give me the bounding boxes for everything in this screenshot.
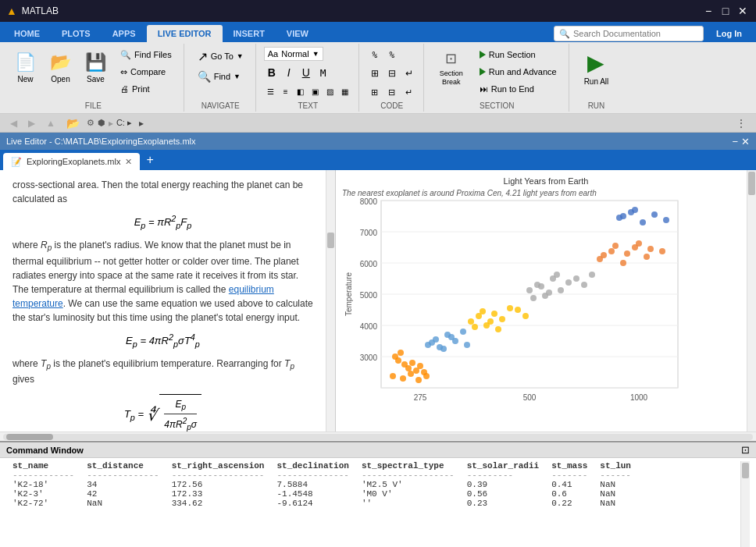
section-group-label: SECTION: [480, 101, 514, 110]
svg-point-25: [417, 363, 423, 369]
wrap-button[interactable]: ↵: [401, 66, 417, 81]
command-vertical-scrollbar[interactable]: [740, 461, 750, 547]
run-section-icon: [480, 51, 486, 59]
col-st-lun: st_lun: [594, 461, 637, 471]
command-window: Command Window ⊡ st_name st_distance st_…: [0, 441, 756, 547]
maximize-button[interactable]: □: [719, 4, 733, 18]
go-to-button[interactable]: ↗ Go To ▼: [192, 47, 249, 66]
nav-expand-button[interactable]: ▸: [135, 116, 148, 130]
editor-hscroll[interactable]: [0, 432, 756, 441]
editor-tab-close[interactable]: ✕: [125, 158, 132, 166]
equilibrium-link[interactable]: equilibrium temperature: [12, 284, 274, 309]
align-right-button[interactable]: ▨: [323, 84, 337, 98]
up-button[interactable]: ▲: [42, 116, 59, 130]
nav-icon-1: ⚙: [87, 118, 94, 128]
tab-plots[interactable]: PLOTS: [51, 25, 102, 42]
svg-point-83: [620, 213, 626, 219]
col-st-ra: st_right_ascension: [166, 461, 271, 471]
row3-dec: -9.6124: [270, 499, 355, 508]
mono-button[interactable]: M: [316, 65, 331, 80]
plot-scrollbar[interactable]: [747, 170, 756, 432]
code-group-label: CODE: [380, 101, 403, 110]
list-button-2[interactable]: ≡: [279, 84, 293, 98]
ribbon-tabs: HOME PLOTS APPS LIVE EDITOR INSERT VIEW …: [0, 22, 756, 42]
editor-hscroll-track[interactable]: [3, 434, 753, 440]
format-dropdown-icon: ▼: [312, 50, 319, 58]
formula-2: Ep = 4πR2pσT4p: [12, 331, 313, 350]
new-tab-button[interactable]: +: [141, 151, 158, 169]
code-format-3[interactable]: ↵: [401, 84, 417, 100]
text-group-label: TEXT: [298, 101, 318, 110]
row1-dec: 7.5884: [270, 480, 355, 489]
search-input[interactable]: [573, 29, 698, 38]
tab-insert[interactable]: INSERT: [223, 25, 276, 42]
format-dropdown[interactable]: Aa Normal ▼: [264, 47, 323, 61]
chart-caption-text: The nearest exoplanet is around Proxima …: [342, 189, 750, 197]
svg-point-66: [589, 272, 595, 278]
svg-point-23: [409, 360, 415, 366]
svg-point-62: [546, 289, 552, 296]
editor-scroll[interactable]: cross-sectional area. Then the total ene…: [0, 170, 326, 432]
editor-vertical-scrollbar[interactable]: [326, 170, 335, 432]
find-button[interactable]: 🔍 Find ▼: [192, 67, 249, 86]
tab-apps[interactable]: APPS: [102, 25, 147, 42]
svg-point-76: [647, 246, 654, 252]
code-format-2[interactable]: ⊟: [384, 84, 400, 100]
editor-close-button[interactable]: ✕: [741, 136, 750, 147]
svg-point-30: [415, 377, 422, 383]
print-button[interactable]: 🖨 Print: [115, 81, 177, 97]
indent-button[interactable]: ⊞: [367, 66, 383, 81]
browse-button[interactable]: 📂: [62, 115, 84, 131]
find-dropdown-icon: ▼: [234, 73, 241, 80]
command-window-expand-button[interactable]: ⊡: [741, 444, 750, 456]
row3-name: 'K2-72': [6, 499, 80, 508]
tab-live-editor[interactable]: LIVE EDITOR: [147, 25, 223, 42]
editor-hscroll-thumb[interactable]: [6, 434, 53, 440]
back-button[interactable]: ◀: [6, 116, 21, 130]
forward-button[interactable]: ▶: [24, 116, 39, 130]
align-center-button[interactable]: ▣: [308, 84, 323, 98]
italic-button[interactable]: I: [281, 65, 297, 80]
outdent-button[interactable]: ⊟: [384, 66, 400, 81]
file-secondary: 🔍 Find Files ⇔ Compare 🖨 Print: [115, 47, 177, 97]
editor-tab-main[interactable]: 📝 ExploringExoplanets.mlx ✕: [3, 153, 140, 170]
underline-button[interactable]: U: [298, 65, 314, 80]
run-section-button[interactable]: Run Section: [474, 47, 562, 62]
svg-point-50: [487, 318, 494, 325]
editor-para-2: where Tp is the planet's equilibrium tem…: [12, 357, 313, 386]
login-button[interactable]: Log In: [708, 25, 750, 42]
svg-text:275: 275: [414, 393, 427, 402]
percent-2-button[interactable]: %: [384, 47, 400, 62]
row2-ra: 172.33: [166, 489, 271, 499]
align-left-button[interactable]: ◧: [294, 84, 308, 98]
tab-view[interactable]: VIEW: [276, 25, 319, 42]
tab-home[interactable]: HOME: [3, 25, 51, 42]
list-button-1[interactable]: ☰: [264, 84, 278, 98]
run-all-button[interactable]: ▶ Run All: [577, 47, 616, 89]
run-to-end-button[interactable]: ⏭ Run to End: [474, 81, 562, 97]
command-inner[interactable]: st_name st_distance st_right_ascension s…: [6, 461, 740, 547]
run-and-advance-button[interactable]: Run and Advance: [474, 64, 562, 80]
minimize-button[interactable]: −: [701, 4, 715, 18]
svg-point-63: [554, 272, 560, 278]
code-format-1[interactable]: ⊞: [367, 84, 383, 100]
section-break-button[interactable]: ⊡ SectionBreak: [432, 47, 471, 89]
run-to-end-icon: ⏭: [480, 84, 488, 94]
percent-1-button[interactable]: %: [367, 47, 383, 62]
save-button[interactable]: 💾 Save: [80, 47, 112, 89]
new-button[interactable]: 📄 New: [9, 47, 41, 89]
svg-point-38: [444, 332, 451, 338]
bold-button[interactable]: B: [264, 65, 280, 80]
row3-ra: 334.62: [166, 499, 271, 508]
svg-point-49: [480, 308, 486, 314]
svg-point-45: [491, 311, 497, 317]
svg-point-58: [558, 287, 564, 293]
nav-options-button[interactable]: ⋮: [733, 116, 750, 130]
align-justify-button[interactable]: ▦: [338, 84, 352, 98]
find-files-button[interactable]: 🔍 Find Files: [115, 47, 177, 62]
open-button[interactable]: 📂 Open: [45, 47, 77, 89]
editor-minimize-button[interactable]: −: [732, 136, 738, 147]
title-bar-title: MATLAB: [22, 5, 59, 16]
close-button[interactable]: ✕: [736, 4, 750, 18]
compare-button[interactable]: ⇔ Compare: [115, 64, 177, 80]
